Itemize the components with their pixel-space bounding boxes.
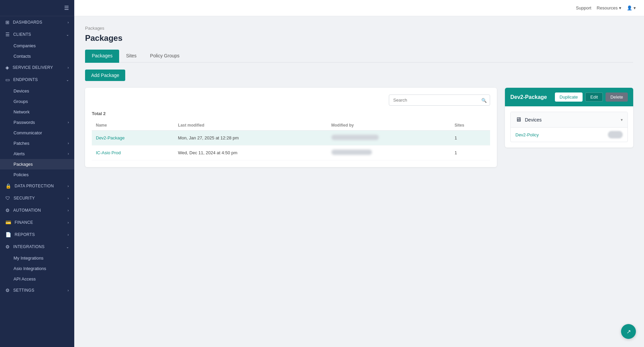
add-package-button[interactable]: Add Package [85,70,125,81]
chevron-down-icon: ⌄ [66,245,69,249]
sidebar-item-label: SETTINGS [13,288,34,293]
panel-body: 🖥 Devices ▾ Dev2-Policy [505,106,633,148]
chevron-right-icon: › [68,221,69,224]
section-header: 🖥 Devices ▾ [511,112,627,128]
content-with-panel: 🔍 Total 2 Name Last modified M [85,88,633,167]
sub-item-label: Policies [14,172,29,177]
sidebar-item-security[interactable]: 🛡 SECURITY › [0,192,74,204]
row-sites: 1 [451,145,490,160]
sidebar-item-clients[interactable]: ☰ CLIENTS ⌄ [0,28,74,41]
dashboards-icon: ⊞ [5,20,9,25]
section-title: 🖥 Devices [515,116,542,123]
chevron-right-icon: › [68,196,69,200]
page-title: Packages [85,33,633,43]
sidebar-item-settings[interactable]: ⚙ SETTINGS › [0,284,74,296]
sidebar-header: ☰ [0,0,74,16]
fab-icon: ↗ [626,328,631,335]
table-row[interactable]: IC-Asio Prod Wed, Dec 11, 2024 at 4:50 p… [92,145,490,160]
sub-item-label: Contacts [14,54,31,59]
sub-item-label: Communicator [14,130,42,135]
chevron-right-icon: › [68,289,69,292]
sidebar-item-automation[interactable]: ⚙ AUTOMATION › [0,204,74,216]
sidebar-item-groups[interactable]: Groups [0,96,74,107]
table-section: 🔍 Total 2 Name Last modified M [85,88,497,167]
automation-icon: ⚙ [5,208,10,213]
chevron-right-icon: › [68,21,69,24]
sidebar-item-asio-integrations[interactable]: Asio Integrations [0,263,74,274]
sub-item-label: Network [14,109,30,114]
sidebar-item-alerts[interactable]: Alerts › [0,149,74,159]
sub-item-label: Patches [14,141,29,146]
chevron-down-icon[interactable]: ▾ [621,117,623,122]
tab-packages[interactable]: Packages [85,50,119,63]
hamburger-icon[interactable]: ☰ [64,5,69,11]
panel-actions: Duplicate Edit Delete [555,92,628,102]
sidebar-item-label: ENDPOINTS [13,77,38,82]
sidebar-item-reports[interactable]: 📄 REPORTS › [0,229,74,241]
monitor-icon: 🖥 [515,116,521,123]
sidebar-item-label: DASHBOARDS [13,20,42,25]
row-modified-by [327,145,451,160]
fab-button[interactable]: ↗ [621,324,636,339]
sidebar-item-companies[interactable]: Companies [0,41,74,51]
sidebar-item-finance[interactable]: 💳 FINANCE › [0,216,74,229]
service-delivery-icon: ◈ [5,65,9,70]
sub-item-label: My Integrations [14,256,44,261]
sub-item-label: Devices [14,88,29,94]
sidebar-item-data-protection[interactable]: 🔒 DATA PROTECTION › [0,180,74,192]
panel-header: Dev2-Package Duplicate Edit Delete [505,88,633,106]
sidebar-item-passwords[interactable]: Passwords › [0,117,74,128]
section-title-label: Devices [525,117,542,123]
delete-button[interactable]: Delete [606,92,628,102]
breadcrumb: Packages [85,26,633,31]
sidebar-item-patches[interactable]: Patches › [0,138,74,149]
chevron-down-icon: ⌄ [66,78,69,82]
user-menu[interactable]: 👤 ▾ [627,5,636,10]
sub-item-label: API Access [14,276,36,282]
sidebar-item-service-delivery[interactable]: ◈ SERVICE DELIVERY › [0,61,74,74]
package-link[interactable]: Dev2-Package [96,135,125,140]
resources-dropdown[interactable]: Resources ▾ [597,5,621,10]
sidebar-item-my-integrations[interactable]: My Integrations [0,253,74,263]
sidebar-item-dashboards[interactable]: ⊞ DASHBOARDS › [0,16,74,28]
duplicate-button[interactable]: Duplicate [555,92,583,102]
chevron-right-icon: › [68,184,69,188]
sidebar-item-api-access[interactable]: API Access [0,274,74,284]
tab-policy-groups[interactable]: Policy Groups [143,50,186,63]
sidebar-item-endpoints[interactable]: ▭ ENDPOINTS ⌄ [0,74,74,86]
package-link[interactable]: IC-Asio Prod [96,150,121,155]
sidebar-item-communicator[interactable]: Communicator [0,128,74,138]
tab-sites[interactable]: Sites [119,50,143,63]
chevron-right-icon: › [68,209,69,212]
search-icon: 🔍 [481,98,487,103]
row-sites: 1 [451,131,490,145]
support-link[interactable]: Support [576,5,591,10]
edit-button[interactable]: Edit [585,92,603,102]
blurred-user [331,135,379,140]
sub-item-label: Groups [14,99,28,104]
finance-icon: 💳 [5,220,11,225]
row-name[interactable]: IC-Asio Prod [92,145,174,160]
sidebar-item-network[interactable]: Network [0,107,74,117]
sidebar-item-contacts[interactable]: Contacts [0,51,74,61]
search-input[interactable] [389,95,490,106]
packages-table-card: 🔍 Total 2 Name Last modified M [85,88,497,167]
sidebar-item-integrations[interactable]: ⚙ INTEGRATIONS ⌄ [0,241,74,253]
sidebar-item-label: FINANCE [15,220,33,225]
main-area: Support Resources ▾ 👤 ▾ Packages Package… [74,0,644,347]
table-row[interactable]: Dev2-Package Mon, Jan 27, 2025 at 12:28 … [92,131,490,145]
sidebar-item-packages[interactable]: Packages [0,159,74,169]
content-area: Packages Packages Packages Sites Policy … [74,16,644,347]
policy-toggle[interactable] [608,131,623,138]
reports-icon: 📄 [5,232,11,237]
sidebar-item-devices[interactable]: Devices [0,86,74,96]
search-bar: 🔍 [92,95,490,106]
sub-item-label: Asio Integrations [14,266,46,271]
endpoints-icon: ▭ [5,77,10,82]
sidebar-item-label: AUTOMATION [13,208,41,213]
policy-link[interactable]: Dev2-Policy [515,132,539,137]
sidebar-item-policies[interactable]: Policies [0,169,74,180]
devices-section: 🖥 Devices ▾ Dev2-Policy [510,112,628,142]
col-name: Name [92,120,174,131]
row-name[interactable]: Dev2-Package [92,131,174,145]
